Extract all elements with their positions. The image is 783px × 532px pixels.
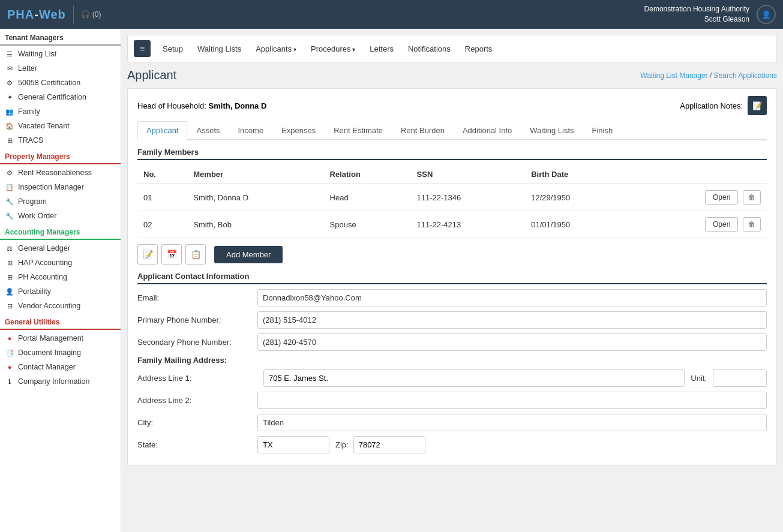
app-notes-label: Application Notes: [680, 101, 743, 110]
sidebar-item-general-cert[interactable]: ✦ General Certification [0, 90, 121, 104]
sidebar-item-general-ledger[interactable]: ⚖ General Ledger [0, 241, 121, 256]
unit-input[interactable] [713, 369, 767, 387]
cell-birth-date: 01/01/1950 [525, 211, 629, 238]
sidebar-item-contact-manager[interactable]: ● Contact Manager [0, 360, 121, 374]
col-birth-date: Birth Date [525, 165, 629, 184]
open-button[interactable]: Open [705, 217, 738, 232]
col-ssn: SSN [411, 165, 526, 184]
app-notes-button[interactable]: 📝 [748, 96, 767, 115]
email-input[interactable] [257, 289, 767, 306]
nav-setup-button[interactable]: Setup [157, 41, 189, 56]
secondary-phone-row: Secondary Phone Number: [137, 333, 767, 351]
tab-finish[interactable]: Finish [583, 121, 622, 139]
sidebar-item-tracs[interactable]: ⊞ TRACS [0, 133, 121, 148]
nav-procedures-button[interactable]: Procedures [305, 41, 361, 56]
sidebar-item-rent-reasonableness[interactable]: ⚙ Rent Reasonableness [0, 166, 121, 180]
sidebar-label-hap-accounting: HAP Accounting [18, 259, 72, 267]
sidebar-item-work-order[interactable]: 🔧 Work Order [0, 209, 121, 223]
hoh-info: Head of Household: Smith, Donna D [137, 101, 266, 110]
address1-input[interactable] [263, 369, 685, 387]
sidebar-item-inspection-manager[interactable]: 📋 Inspection Manager [0, 180, 121, 194]
toolbar-notes-button[interactable]: 📝 [137, 244, 158, 265]
sidebar-label-tracs: TRACS [18, 136, 43, 145]
sidebar-item-company-information[interactable]: ℹ Company Information [0, 374, 121, 389]
toolbar-calendar-button[interactable]: 📅 [161, 244, 182, 265]
sidebar-item-portability[interactable]: 👤 Portability [0, 284, 121, 299]
sidebar-label-waiting-list: Waiting List [18, 50, 56, 58]
breadcrumb-parent[interactable]: Waiting List Manager [640, 71, 707, 80]
address2-input[interactable] [257, 392, 767, 409]
company-info-icon: ℹ [5, 377, 14, 386]
user-avatar[interactable]: 👤 [757, 5, 776, 24]
breadcrumb-current[interactable]: Search Applications [714, 71, 777, 80]
sidebar-label-document-imaging: Document Imaging [18, 348, 81, 357]
sidebar-label-rent-reasonableness: Rent Reasonableness [18, 169, 92, 177]
sidebar-item-waiting-list[interactable]: ☰ Waiting List [0, 47, 121, 61]
tab-additional-info[interactable]: Additional Info [454, 121, 521, 139]
sidebar-item-portal-management[interactable]: ● Portal Management [0, 331, 121, 345]
add-member-button[interactable]: Add Member [214, 246, 283, 263]
sidebar-label-general-cert: General Certification [18, 93, 86, 101]
app-notes-area: Application Notes: 📝 [680, 96, 767, 115]
sidebar-item-letter[interactable]: ✉ Letter [0, 61, 121, 76]
sidebar-label-work-order: Work Order [18, 212, 56, 220]
tab-expenses[interactable]: Expenses [272, 121, 325, 139]
vacated-icon: 🏠 [5, 121, 14, 131]
sidebar-item-hap-accounting[interactable]: ⊞ HAP Accounting [0, 256, 121, 270]
headset-count: (0) [92, 10, 101, 19]
sidebar-label-family: Family [18, 107, 40, 116]
nav-reports-button[interactable]: Reports [459, 41, 499, 56]
sidebar: Tenant Managers ☰ Waiting List ✉ Letter … [0, 29, 121, 532]
nav-letters-button[interactable]: Letters [364, 41, 400, 56]
topbar-right: Demonstration Housing Authority Scott Gl… [644, 4, 776, 25]
delete-button[interactable]: 🗑 [743, 190, 761, 205]
tab-applicant[interactable]: Applicant [137, 121, 187, 140]
family-mailing-title: Family Mailing Address: [137, 356, 767, 365]
nav-applicants-button[interactable]: Applicants [250, 41, 302, 56]
tab-rent-estimate[interactable]: Rent Estimate [325, 121, 392, 139]
nav-notifications-button[interactable]: Notifications [402, 41, 457, 56]
col-relation: Relation [324, 165, 411, 184]
sidebar-item-ph-accounting[interactable]: ⊞ PH Accounting [0, 270, 121, 284]
tab-income[interactable]: Income [229, 121, 273, 139]
main-layout: Tenant Managers ☰ Waiting List ✉ Letter … [0, 29, 783, 532]
open-button[interactable]: Open [705, 190, 738, 205]
state-input[interactable] [257, 436, 329, 453]
program-icon: 🔧 [5, 197, 14, 206]
logo-web: -Web [34, 8, 66, 21]
tab-assets[interactable]: Assets [187, 121, 229, 139]
cell-birth-date: 12/29/1950 [525, 184, 629, 211]
delete-button[interactable]: 🗑 [743, 217, 761, 232]
tracs-icon: ⊞ [5, 136, 14, 145]
city-label: City: [137, 418, 257, 427]
zip-input[interactable] [353, 436, 425, 453]
org-info: Demonstration Housing Authority Scott Gl… [644, 4, 749, 25]
cell-ssn: 111-22-1346 [411, 184, 526, 211]
city-input[interactable] [257, 414, 767, 431]
sidebar-label-contact-manager: Contact Manager [18, 363, 76, 371]
table-row: 02 Smith, Bob Spouse 111-22-4213 01/01/1… [137, 211, 767, 238]
sidebar-label-50058: 50058 Certification [18, 79, 80, 87]
toolbar-copy-button[interactable]: 📋 [185, 244, 206, 265]
vendor-accounting-icon: ⊟ [5, 301, 14, 311]
state-label: State: [137, 440, 257, 449]
sidebar-item-document-imaging[interactable]: 📑 Document Imaging [0, 345, 121, 360]
grid-icon: ≡ [140, 44, 145, 53]
nav-waiting-lists-button[interactable]: Waiting Lists [191, 41, 247, 56]
primary-phone-input[interactable] [257, 311, 767, 329]
family-members-title: Family Members [137, 148, 767, 160]
sidebar-item-vacated-tenant[interactable]: 🏠 Vacated Tenant [0, 119, 121, 133]
headset-area[interactable]: 🎧 (0) [81, 10, 101, 19]
sidebar-item-program[interactable]: 🔧 Program [0, 194, 121, 209]
cell-ssn: 111-22-4213 [411, 211, 526, 238]
tab-rent-burden[interactable]: Rent Burden [392, 121, 454, 139]
sidebar-item-50058[interactable]: ⚙ 50058 Certification [0, 76, 121, 90]
sidebar-item-vendor-accounting[interactable]: ⊟ Vendor Accounting [0, 299, 121, 313]
tab-waiting-lists[interactable]: Waiting Lists [521, 121, 583, 139]
hoh-row: Head of Household: Smith, Donna D Applic… [137, 96, 767, 115]
avatar-icon: 👤 [761, 10, 771, 19]
state-zip-row: State: Zip: [137, 436, 767, 453]
notes-icon: 📝 [752, 101, 763, 110]
secondary-phone-input[interactable] [257, 333, 767, 351]
sidebar-item-family[interactable]: 👥 Family [0, 104, 121, 119]
